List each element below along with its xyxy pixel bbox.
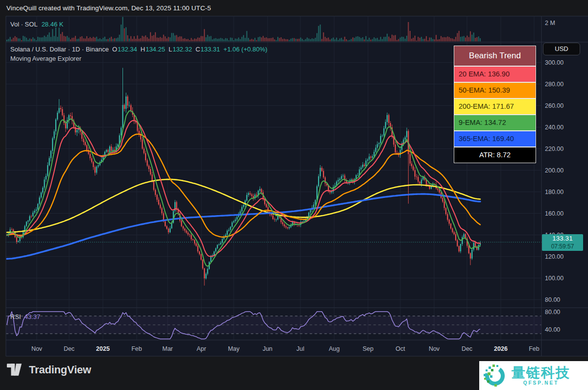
time-axis-label: Mar (162, 345, 173, 352)
price-axis-label: 200.00 (545, 167, 564, 174)
volume-value: 28.46 K (42, 21, 64, 28)
price-axis-label: 80.00 (545, 296, 560, 303)
rsi-axis-label: 40.00 (545, 326, 560, 333)
low-label: L (169, 46, 172, 53)
rsi-axis-label: 80.00 (545, 309, 560, 316)
time-axis-label: Feb (529, 345, 539, 352)
open-value: 132.34 (118, 46, 137, 53)
rsi-label: RSI (10, 313, 21, 320)
price-axis-label: 280.00 (545, 81, 564, 88)
close-value: 133.31 (200, 46, 220, 53)
symbol-legend[interactable]: Solana / U.S. Dollar · 1D · BinanceO132.… (10, 46, 268, 53)
price-axis-label: 180.00 (545, 189, 564, 195)
time-axis-label: Dec (64, 345, 74, 352)
ema-readout-row: 9-EMA: 134.72 (454, 115, 536, 130)
time-axis-label: Sep (363, 345, 373, 352)
high-value: 134.25 (146, 46, 165, 53)
qfsp-logo-icon (483, 364, 507, 388)
watermark-url-text: QFSP.NET (512, 380, 570, 386)
rsi-legend[interactable]: RSI43.37 (10, 313, 40, 320)
price-tag-value: 133.31 (542, 234, 583, 243)
time-axis-label: Jul (296, 345, 304, 352)
volume-label: Vol · SOL (10, 21, 38, 28)
price-axis-label: 100.00 (545, 275, 564, 282)
time-axis-label: Nov (429, 345, 440, 352)
currency-button[interactable]: USD (543, 43, 580, 55)
price-axis-label: 240.00 (545, 124, 564, 131)
trend-status-label: Bearish Trend (454, 46, 536, 66)
price-axis-label: 160.00 (545, 210, 564, 217)
ema-readout-row: ATR: 8.72 (454, 147, 536, 163)
volume-axis-label: 2 M (545, 20, 555, 26)
ema-readout-row: 200-EMA: 171.67 (454, 99, 536, 114)
current-price-tag: 133.31 07:59:57 (542, 234, 583, 251)
qfsp-watermark: 量链科技 QFSP.NET (479, 361, 588, 390)
symbol-title: Solana / U.S. Dollar · 1D · Binance (10, 46, 109, 53)
close-label: C (196, 46, 200, 53)
high-label: H (141, 46, 145, 53)
tradingview-logo[interactable]: TradingView (7, 363, 91, 376)
price-axis-label: 300.00 (545, 59, 564, 66)
price-axis-label: 120.00 (545, 253, 564, 260)
time-axis-label: Apr (196, 345, 206, 352)
volume-legend[interactable]: Vol · SOL28.46 K (10, 21, 63, 28)
time-axis-label: 2025 (96, 345, 110, 352)
rsi-value: 43.37 (24, 313, 41, 320)
tradingview-wordmark: TradingView (29, 364, 91, 376)
indicator-legend[interactable]: Moving Average Explorer (10, 55, 81, 62)
open-label: O (112, 46, 117, 53)
time-axis-label: 2026 (494, 345, 508, 352)
time-axis-label: May (228, 345, 240, 352)
watermark-brand-text: 量链科技 (512, 366, 570, 380)
low-value: 132.32 (172, 46, 192, 53)
time-axis-label: Jun (263, 345, 272, 352)
time-axis-label: Feb (131, 345, 142, 352)
ema-readout-row: 50-EMA: 150.39 (454, 83, 536, 98)
time-axis-label: Oct (395, 345, 405, 352)
price-axis-label: 220.00 (545, 146, 564, 152)
trend-info-box: Bearish Trend 20 EMA: 136.9050-EMA: 150.… (454, 46, 536, 163)
candle-countdown: 07:59:57 (542, 243, 583, 250)
time-axis-label: Dec (462, 345, 472, 352)
tradingview-icon (7, 363, 24, 376)
time-axis-label: Aug (329, 345, 340, 352)
time-axis-label: Nov (31, 345, 43, 352)
tradingview-chart-screenshot: VinceQuill created with TradingView.com,… (0, 0, 588, 390)
ema-readout-row: 20 EMA: 136.90 (454, 67, 536, 82)
change-value: +1.06 (+0.80%) (223, 46, 268, 53)
ema-readout-row: 365-EMA: 169.40 (454, 131, 536, 146)
price-axis-label: 260.00 (545, 102, 564, 109)
ema-readout-rows: 20 EMA: 136.9050-EMA: 150.39200-EMA: 171… (454, 67, 536, 163)
